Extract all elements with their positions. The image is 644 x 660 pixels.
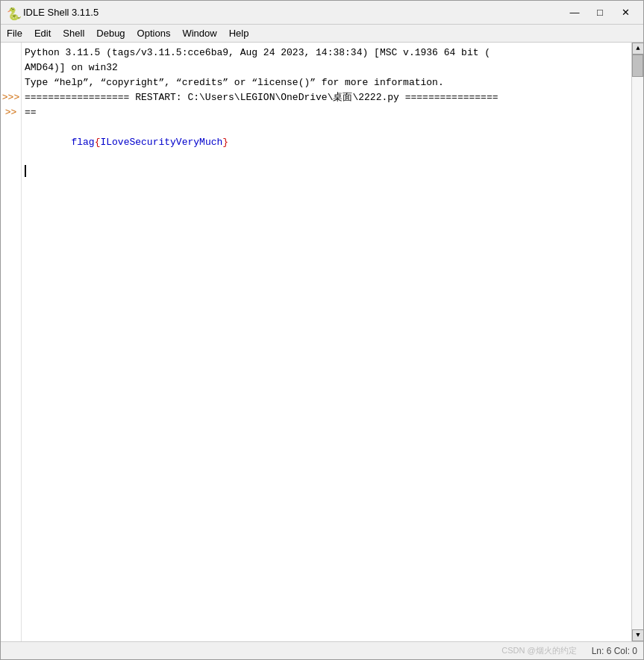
title-bar: 🐍 IDLE Shell 3.11.5 — □ ✕: [1, 1, 643, 25]
menu-help[interactable]: Help: [223, 25, 255, 42]
menu-edit[interactable]: Edit: [28, 25, 57, 42]
app-icon: 🐍: [7, 7, 19, 19]
shell-line-4b: ==: [25, 105, 628, 120]
watermark-text: CSDN @烟火的约定: [501, 645, 576, 656]
shell-area: >>> >> Python 3.11.5 (tags/v3.11.5:cce6b…: [1, 43, 643, 641]
shell-line-cursor: [25, 165, 628, 177]
maximize-button[interactable]: □: [588, 5, 612, 20]
window-controls: — □ ✕: [563, 5, 637, 20]
cursor-position: Ln: 6 Col: 0: [592, 646, 637, 656]
shell-line-4a: ================== RESTART: C:\Users\LEG…: [25, 90, 628, 105]
menu-options[interactable]: Options: [131, 25, 177, 42]
flag-content: ILoveSecurityVeryMuch: [100, 137, 222, 148]
shell-line-5: flag{ILoveSecurityVeryMuch}: [25, 120, 628, 165]
shell-line-2: AMD64)] on win32: [25, 60, 628, 75]
text-cursor: [25, 165, 26, 177]
scroll-thumb[interactable]: [632, 55, 643, 77]
menu-bar: File Edit Shell Debug Options Window Hel…: [1, 25, 643, 43]
status-bar: CSDN @烟火的约定 Ln: 6 Col: 0: [1, 641, 643, 659]
shell-content[interactable]: Python 3.11.5 (tags/v3.11.5:cce6ba9, Aug…: [22, 43, 631, 641]
prompt-1: [1, 46, 21, 90]
shell-line-1: Python 3.11.5 (tags/v3.11.5:cce6ba9, Aug…: [25, 46, 628, 60]
menu-shell[interactable]: Shell: [57, 25, 90, 42]
shell-line-3: Type “help”, “copyright”, “credits” or “…: [25, 75, 628, 90]
flag-brace-close: }: [222, 137, 228, 148]
minimize-button[interactable]: —: [563, 5, 587, 20]
flag-word: flag: [71, 137, 94, 148]
prompt-3: >>: [1, 105, 21, 120]
menu-window[interactable]: Window: [176, 25, 222, 42]
scroll-down-button[interactable]: ▼: [632, 629, 643, 641]
vertical-scrollbar[interactable]: ▲ ▼: [631, 43, 643, 641]
scroll-track[interactable]: [632, 55, 643, 629]
menu-debug[interactable]: Debug: [90, 25, 131, 42]
menu-file[interactable]: File: [1, 25, 28, 42]
line-gutter: >>> >>: [1, 43, 22, 641]
prompt-2: >>>: [1, 90, 21, 105]
window-title: IDLE Shell 3.11.5: [23, 7, 563, 18]
idle-window: 🐍 IDLE Shell 3.11.5 — □ ✕ File Edit Shel…: [0, 0, 644, 660]
close-button[interactable]: ✕: [613, 5, 637, 20]
scroll-up-button[interactable]: ▲: [632, 43, 643, 55]
